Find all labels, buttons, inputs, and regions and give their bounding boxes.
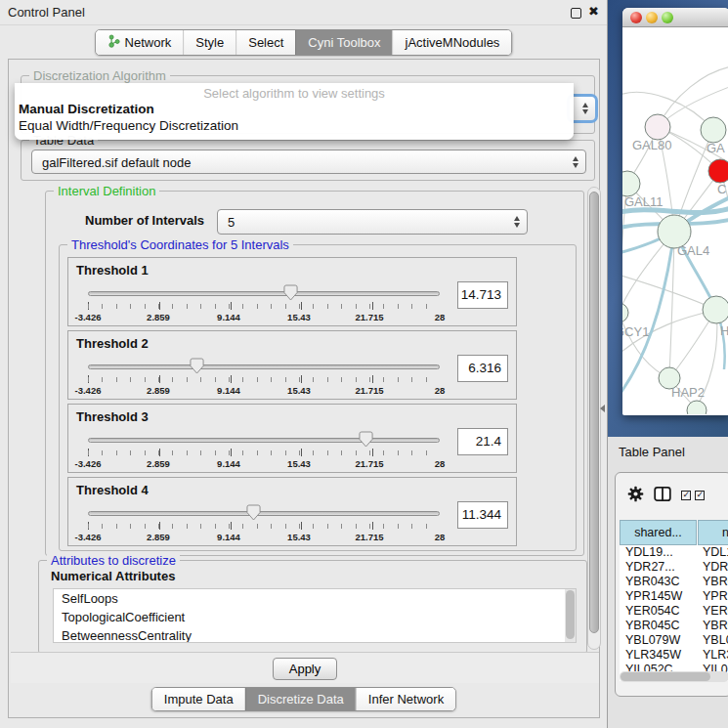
interval-definition-group: Interval Definition Number of Intervals … [45,191,584,556]
tab-select[interactable]: Select [236,30,295,55]
divider-grip[interactable] [600,405,605,412]
minimize-traffic-light-icon[interactable] [646,12,658,23]
threshold-1-slider[interactable]: -3.4262.8599.14415.4321.71528 [88,284,440,323]
table-row[interactable]: YPR145WYPR1 [620,589,728,604]
tick-label: 2.859 [147,458,170,469]
dropdown-option-equal-width-frequency[interactable]: Equal Width/Frequency Discretization [15,117,574,134]
scrollbar-thumb[interactable] [566,590,575,639]
threshold-label: Threshold 3 [76,409,149,424]
table-row[interactable]: YBL079WYBL0 [620,633,728,648]
network-node[interactable] [645,114,670,140]
tick-label: -3.426 [75,458,102,469]
panel-vertical-scrollbar[interactable] [587,187,601,650]
table-row[interactable]: YDL19...YDL1 [620,545,728,560]
cell-shared-name[interactable]: YBR045C [620,619,698,633]
cell-name[interactable]: YER0 [698,604,728,619]
cell-name[interactable]: YBL0 [698,633,728,648]
table-panel-toolbar [616,473,728,520]
scrollbar-thumb[interactable] [621,672,710,681]
cell-name[interactable]: YDR2 [698,560,728,575]
network-node[interactable] [622,303,628,322]
slider-tick-labels: -3.4262.8599.14415.4321.71528 [88,385,440,397]
table-row[interactable]: YBR045CYBR0 [620,619,728,633]
close-traffic-light-icon[interactable] [630,12,642,23]
network-node[interactable] [703,296,728,323]
apply-button[interactable]: Apply [273,658,338,680]
table-row[interactable]: YLR345WYLR3 [620,648,728,663]
attributes-list-scrollbar[interactable] [565,589,576,642]
columns-icon[interactable] [654,486,671,506]
network-node-label: GAL4 [677,243,709,258]
threshold-4-slider[interactable]: -3.4262.8599.14415.4321.71528 [88,504,440,543]
cell-name[interactable]: YDL1 [698,545,728,560]
numerical-attributes-label: Numerical Attributes [51,569,175,583]
tab-jactivemnodules[interactable]: jActiveMNodules [393,30,512,55]
tab-network[interactable]: Network [96,30,184,55]
tick-label: 2.859 [147,312,170,322]
tab-style[interactable]: Style [183,30,236,55]
network-canvas[interactable]: GAL80GACGAL11GAL4GCY1HAHAP2 [622,27,728,414]
threshold-3-value-field[interactable]: 21.4 [457,428,508,455]
threshold-2-value-field[interactable]: 6.316 [457,355,508,382]
threshold-3-slider[interactable]: -3.4262.8599.14415.4321.71528 [88,431,440,470]
threshold-1-value-field[interactable]: 14.713 [457,281,508,309]
threshold-4-value-field[interactable]: 11.344 [457,501,508,529]
table-row[interactable]: YBR043CYBR0 [620,575,728,589]
checked-box-icon[interactable] [695,491,705,500]
column-header-name[interactable]: name [698,520,728,545]
numerical-attributes-list[interactable]: SelfLoopsTopologicalCoefficientBetweenne… [53,588,577,643]
cell-name[interactable]: YPR1 [698,589,728,604]
num-intervals-combobox[interactable]: 5 [217,209,528,235]
attribute-list-item[interactable]: SelfLoops [54,589,576,608]
table-row[interactable]: YDR27...YDR2 [620,560,728,575]
column-header-shared-name[interactable]: shared... [620,520,697,545]
cell-shared-name[interactable]: YPR145W [620,589,698,604]
network-window[interactable]: GAL80GACGAL11GAL4GCY1HAHAP2 [622,8,728,415]
dropdown-option-manual-discretization[interactable]: Manual Discretization [15,101,574,117]
column-header-label: name [722,521,728,544]
slider-thumb[interactable] [246,504,261,521]
desktop-area: GAL80GACGAL11GAL4GCY1HAHAP2 Table Panel [608,0,728,728]
cell-shared-name[interactable]: YDL19... [620,545,698,560]
close-panel-icon[interactable]: ✖ [588,4,599,19]
table-horizontal-scrollbar[interactable] [620,671,728,682]
table-data-combobox[interactable]: galFiltered.sif default node [31,150,586,174]
slider-tick-labels: -3.4262.8599.14415.4321.71528 [88,312,440,323]
attribute-list-item[interactable]: BetweennessCentrality [54,626,576,643]
network-node[interactable] [701,117,726,143]
slider-track[interactable] [88,511,440,516]
slider-track[interactable] [88,364,440,369]
scrollbar-thumb[interactable] [589,192,599,633]
cell-shared-name[interactable]: YLR345W [620,648,698,663]
gear-icon[interactable] [627,486,644,506]
slider-track[interactable] [88,291,440,296]
cell-shared-name[interactable]: YDR27... [620,560,698,575]
tab-cyni-toolbox[interactable]: Cyni Toolbox [295,30,392,55]
zoom-traffic-light-icon[interactable] [662,12,673,23]
network-graph: GAL80GACGAL11GAL4GCY1HAHAP2 [622,27,728,414]
attribute-list-item[interactable]: TopologicalCoefficient [54,608,576,626]
slider-minor-ticks [88,377,440,382]
cell-name[interactable]: YBR0 [698,575,728,589]
network-window-titlebar[interactable] [622,8,728,27]
cell-shared-name[interactable]: YBR043C [620,575,698,589]
threshold-2-slider[interactable]: -3.4262.8599.14415.4321.71528 [88,358,440,397]
tab-infer-network[interactable]: Infer Network [356,688,455,710]
cell-shared-name[interactable]: YBL079W [620,633,698,648]
slider-track[interactable] [88,438,440,443]
slider-thumb[interactable] [190,358,204,374]
cell-name[interactable]: YLR3 [698,648,728,663]
tab-label: Impute Data [164,692,234,707]
checked-box-icon[interactable] [681,491,691,500]
group-title: Interval Definition [54,184,159,198]
cell-shared-name[interactable]: YER054C [620,604,698,619]
tab-discretize-data[interactable]: Discretize Data [245,688,356,710]
table-row[interactable]: YER054CYER0 [620,604,728,619]
slider-thumb[interactable] [359,431,373,448]
tab-impute-data[interactable]: Impute Data [152,688,245,710]
network-node[interactable] [708,159,728,183]
float-panel-icon[interactable] [571,8,581,19]
slider-thumb[interactable] [283,284,298,301]
cell-name[interactable]: YBR0 [698,619,728,633]
network-node[interactable] [622,171,640,196]
